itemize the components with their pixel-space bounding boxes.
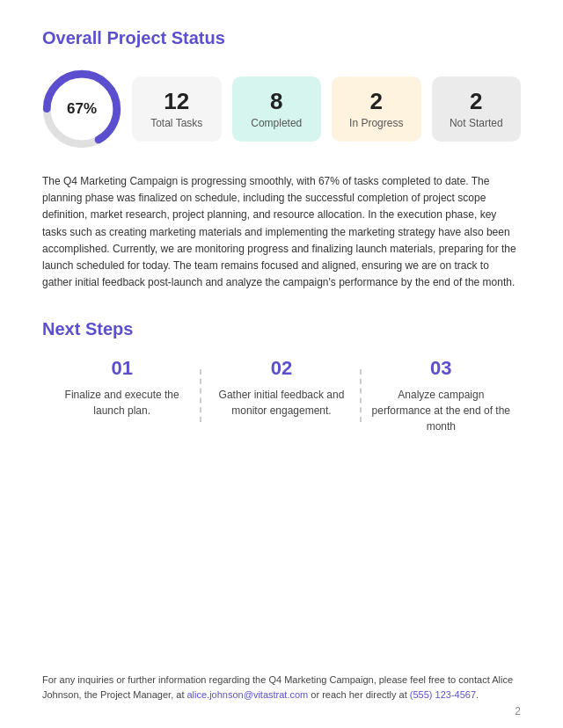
- donut-chart: 67%: [42, 69, 121, 149]
- step-number-1: 01: [49, 357, 194, 380]
- project-description: The Q4 Marketing Campaign is progressing…: [42, 173, 521, 291]
- step-number-2: 02: [208, 357, 354, 380]
- step-number-3: 03: [369, 357, 514, 380]
- donut-percentage: 67%: [67, 100, 97, 118]
- page-title: Overall Project Status: [42, 28, 521, 48]
- step-item-3: 03 Analyze campaign performance at the e…: [362, 357, 521, 434]
- footer-email[interactable]: alice.johnson@vitastrat.com: [187, 689, 309, 700]
- step-text-1: Finalize and execute the launch plan.: [49, 387, 194, 419]
- stat-card-notstarted: 2 Not Started: [432, 76, 522, 142]
- stat-number-completed: 8: [241, 89, 313, 114]
- footer: For any inquiries or further information…: [42, 673, 521, 703]
- step-item-2: 02 Gather initial feedback and monitor e…: [201, 357, 361, 419]
- stat-label-completed: Completed: [241, 117, 313, 129]
- stat-card-inprogress: 2 In Progress: [332, 76, 421, 142]
- stat-label-notstarted: Not Started: [441, 117, 513, 129]
- step-text-2: Gather initial feedback and monitor enga…: [208, 387, 354, 419]
- footer-text-after: .: [476, 689, 479, 700]
- step-text-3: Analyze campaign performance at the end …: [369, 387, 514, 434]
- stat-label-total: Total Tasks: [141, 117, 213, 129]
- stat-number-notstarted: 2: [441, 89, 513, 114]
- stat-label-inprogress: In Progress: [340, 117, 413, 129]
- page-number: 2: [515, 705, 521, 717]
- footer-phone[interactable]: (555) 123-4567: [410, 689, 476, 700]
- footer-text-middle: or reach her directly at: [308, 689, 410, 700]
- stat-card-completed: 8 Completed: [232, 76, 322, 142]
- stat-card-total: 12 Total Tasks: [132, 76, 222, 142]
- step-item-1: 01 Finalize and execute the launch plan.: [42, 357, 201, 419]
- stat-number-total: 12: [141, 89, 213, 114]
- steps-row: 01 Finalize and execute the launch plan.…: [42, 357, 521, 434]
- next-steps-title: Next Steps: [42, 319, 521, 339]
- stat-number-inprogress: 2: [340, 89, 413, 114]
- stats-row: 67% 12 Total Tasks 8 Completed 2 In Prog…: [42, 69, 521, 149]
